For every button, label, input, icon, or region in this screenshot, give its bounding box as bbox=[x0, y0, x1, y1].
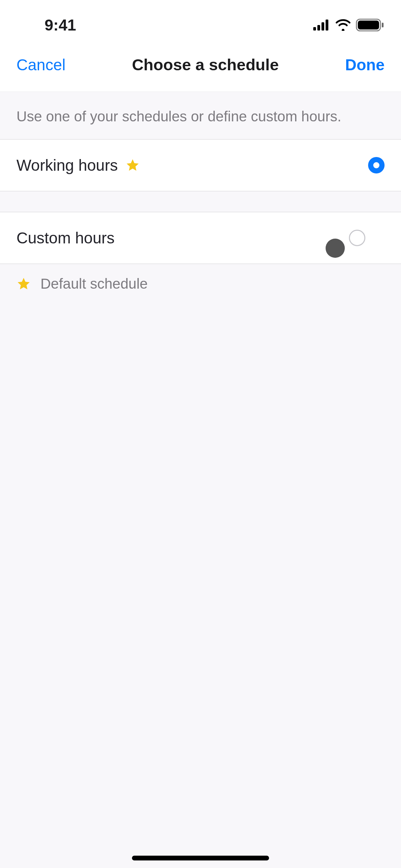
cellular-icon bbox=[313, 20, 330, 31]
star-icon bbox=[16, 277, 31, 291]
done-button[interactable]: Done bbox=[345, 56, 385, 74]
radio-custom-hours[interactable] bbox=[349, 230, 365, 246]
section-hint: Use one of your schedules or define cust… bbox=[0, 92, 401, 139]
wifi-icon bbox=[335, 19, 351, 31]
status-indicators bbox=[313, 19, 384, 32]
svg-rect-6 bbox=[382, 23, 384, 27]
star-icon bbox=[125, 158, 140, 172]
svg-rect-3 bbox=[326, 20, 328, 31]
legend-default-schedule: Default schedule bbox=[0, 264, 401, 304]
svg-rect-2 bbox=[321, 22, 324, 31]
option-working-hours[interactable]: Working hours bbox=[0, 139, 401, 191]
cursor-pointer-icon bbox=[326, 239, 345, 258]
legend-text: Default schedule bbox=[40, 276, 148, 292]
status-bar: 9:41 bbox=[0, 0, 401, 38]
svg-rect-0 bbox=[313, 27, 316, 31]
cancel-button[interactable]: Cancel bbox=[16, 56, 65, 74]
nav-bar: Cancel Choose a schedule Done bbox=[0, 38, 401, 92]
status-time: 9:41 bbox=[17, 16, 76, 34]
svg-rect-5 bbox=[358, 21, 379, 29]
option-custom-hours[interactable]: Custom hours bbox=[0, 212, 401, 264]
page-title: Choose a schedule bbox=[132, 55, 279, 74]
option-label: Custom hours bbox=[16, 229, 114, 247]
battery-icon bbox=[356, 19, 384, 32]
option-label: Working hours bbox=[16, 156, 118, 174]
section-separator bbox=[0, 191, 401, 212]
radio-working-hours[interactable] bbox=[368, 157, 385, 173]
home-indicator[interactable] bbox=[132, 856, 269, 860]
svg-rect-1 bbox=[317, 25, 320, 31]
